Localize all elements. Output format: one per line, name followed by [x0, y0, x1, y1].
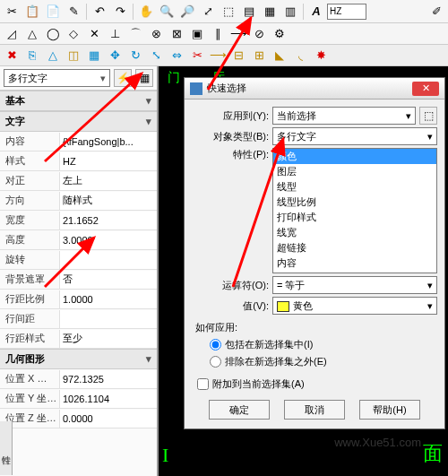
tool-layers-icon[interactable]: ▥: [280, 3, 300, 21]
prop-rotate-field[interactable]: [63, 253, 154, 267]
list-item[interactable]: 打印样式: [273, 210, 436, 225]
tool-zoom-window-icon[interactable]: ⬚: [219, 3, 238, 21]
osnap-perp-icon[interactable]: ⊥: [105, 25, 125, 43]
list-item[interactable]: 线型: [273, 179, 436, 195]
prop-rotate-label: 旋转: [0, 253, 59, 266]
property-listbox[interactable]: 颜色图层线型线型比例打印样式线宽超链接内容样式注释性对正方向宽度: [272, 148, 437, 273]
prop-dir-label: 方向: [0, 194, 59, 207]
tool-paste-icon[interactable]: 📄: [43, 3, 63, 21]
osnap-tan-icon[interactable]: ⌒: [125, 25, 145, 43]
mod-mirror-icon[interactable]: △: [43, 47, 63, 65]
operator-combo[interactable]: = 等于: [272, 276, 437, 294]
section-basic[interactable]: 基本: [0, 91, 157, 111]
tool-undo-icon[interactable]: ↶: [90, 3, 109, 21]
osnap-para-icon[interactable]: ∥: [208, 25, 228, 43]
exclude-radio[interactable]: [210, 356, 221, 368]
properties-panel: 多行文字 ⚡ ▦ 基本 文字 内容 样式 对正 方向 宽度 高度 旋转 背景遮罩…: [0, 66, 158, 476]
ok-button[interactable]: 确定: [209, 400, 270, 420]
close-button[interactable]: ✕: [412, 82, 439, 96]
mod-copy-icon[interactable]: ⎘: [22, 47, 42, 65]
mod-join-icon[interactable]: ⊞: [249, 47, 269, 65]
osnap-end-icon[interactable]: ◿: [2, 25, 22, 43]
help-button[interactable]: 帮助(H): [359, 400, 420, 420]
mod-scale-icon[interactable]: ⤡: [146, 47, 166, 65]
tool-props-icon[interactable]: ▦: [260, 3, 280, 21]
mod-move-icon[interactable]: ✥: [105, 47, 125, 65]
panel-tab-label: 特性: [0, 421, 13, 475]
tool-zoom-extents-icon[interactable]: ⤢: [198, 3, 218, 21]
list-item[interactable]: 线宽: [273, 225, 436, 240]
object-type-combo[interactable]: 多行文字: [272, 127, 437, 145]
mod-explode-icon[interactable]: ✸: [311, 47, 331, 65]
prop-linespace-ratio-field[interactable]: [63, 292, 154, 307]
exclude-radio-label: 排除在新选择集之外(E): [225, 355, 327, 368]
tool-zoom-out-icon[interactable]: 🔎: [177, 3, 197, 21]
tool-view-icon[interactable]: ▤: [239, 3, 259, 21]
mod-extend-icon[interactable]: ⟶: [208, 47, 228, 65]
prop-content-field[interactable]: [63, 134, 154, 149]
prop-height-field[interactable]: [63, 233, 154, 247]
osnap-app-icon[interactable]: ⊠: [167, 25, 186, 43]
osnap-none-icon[interactable]: ⊘: [249, 25, 269, 43]
quick-select-icon[interactable]: ⚡: [114, 69, 132, 87]
osnap-cen-icon[interactable]: ◯: [43, 25, 63, 43]
prop-style-field[interactable]: [63, 154, 154, 169]
osnap-ext-icon[interactable]: ⟶: [228, 25, 248, 43]
prop-posz-field[interactable]: [63, 411, 154, 426]
prop-style-label: 样式: [0, 154, 59, 168]
mod-offset-icon[interactable]: ◫: [64, 47, 83, 65]
select-objects-icon[interactable]: ▦: [135, 69, 153, 87]
prop-width-field[interactable]: [63, 213, 154, 228]
list-item[interactable]: 内容: [273, 255, 436, 271]
dialog-icon: [190, 82, 202, 95]
cancel-button[interactable]: 取消: [284, 400, 345, 420]
list-item[interactable]: 颜色: [273, 149, 436, 164]
section-text[interactable]: 文字: [0, 111, 157, 132]
tool-pan-icon[interactable]: ✋: [136, 3, 156, 21]
tool-copy-icon[interactable]: 📋: [22, 3, 42, 21]
mod-stretch-icon[interactable]: ⇔: [167, 47, 186, 65]
mod-break-icon[interactable]: ⊟: [228, 47, 248, 65]
tool-redo-icon[interactable]: ↷: [110, 3, 130, 21]
font-style-combo[interactable]: [327, 4, 366, 20]
tool-text-style-icon[interactable]: A: [306, 3, 326, 21]
tool-eyedrop-icon[interactable]: ✐: [426, 3, 446, 21]
mod-rotate-icon[interactable]: ↻: [125, 47, 145, 65]
value-combo[interactable]: 黄色: [272, 297, 437, 315]
tool-zoom-in-icon[interactable]: 🔍: [157, 3, 177, 21]
list-item[interactable]: 超链接: [273, 240, 436, 255]
section-geom[interactable]: 几何图形: [0, 349, 157, 369]
list-item[interactable]: 图层: [273, 164, 436, 179]
apply-to-combo[interactable]: 当前选择: [272, 107, 416, 125]
osnap-near-icon[interactable]: ⊗: [146, 25, 166, 43]
prop-linespace-style-field[interactable]: [63, 332, 154, 346]
include-radio[interactable]: [210, 339, 221, 351]
list-item[interactable]: 线型比例: [273, 195, 436, 210]
tool-cut-icon[interactable]: ✂: [2, 3, 22, 21]
osnap-set-icon[interactable]: ⚙: [270, 25, 289, 43]
prop-dir-field[interactable]: [63, 194, 154, 208]
mod-trim-icon[interactable]: ✂: [187, 47, 207, 65]
prop-posy-field[interactable]: [63, 392, 154, 406]
dialog-title: 快速选择: [207, 82, 412, 95]
tool-match-icon[interactable]: ✎: [64, 3, 83, 21]
osnap-mid-icon[interactable]: △: [22, 25, 42, 43]
prop-usebg-field[interactable]: [63, 273, 154, 287]
mod-erase-icon[interactable]: ✖: [2, 47, 22, 65]
prop-posx-field[interactable]: [63, 372, 154, 386]
osnap-int-icon[interactable]: ✕: [84, 25, 104, 43]
prop-justify-field[interactable]: [63, 174, 154, 188]
mod-fillet-icon[interactable]: ◟: [290, 47, 310, 65]
prop-posx-label: 位置 X …: [0, 372, 59, 385]
mod-array-icon[interactable]: ▦: [84, 47, 104, 65]
append-checkbox[interactable]: [197, 378, 209, 390]
object-filter-combo[interactable]: 多行文字: [4, 69, 110, 87]
prop-linespace-field[interactable]: [63, 312, 154, 326]
value-label: 值(V):: [192, 299, 269, 313]
pick-objects-icon[interactable]: ⬚: [419, 107, 437, 125]
prop-linespace-label: 行间距: [0, 312, 59, 325]
osnap-node-icon[interactable]: ◇: [64, 25, 83, 43]
list-item[interactable]: 样式: [273, 271, 436, 273]
mod-chamfer-icon[interactable]: ◣: [270, 47, 289, 65]
osnap-ins-icon[interactable]: ▣: [187, 25, 207, 43]
